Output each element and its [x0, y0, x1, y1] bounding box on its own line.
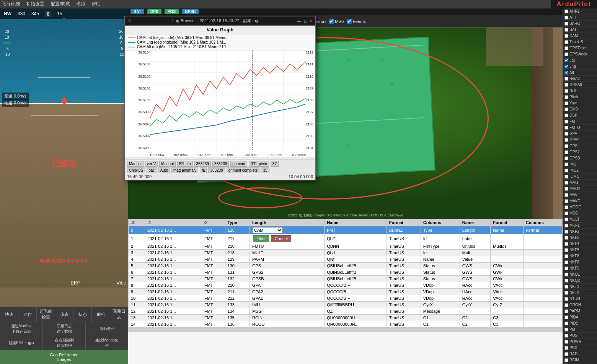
- table-row[interactable]: 122021-02-16 1...FMT134MSGQZTimeUSMessag…: [129, 308, 563, 315]
- graph-canvas[interactable]: 36.510436.510336.510236.5101 36.510036.5…: [125, 50, 315, 158]
- log-checkbox-mag2[interactable]: [564, 187, 568, 191]
- status-btn[interactable]: 状态: [73, 307, 92, 322]
- log-checkbox-lat[interactable]: [564, 58, 568, 62]
- log-item-mult[interactable]: MULT: [563, 216, 597, 223]
- auto-analyze-btn[interactable]: 自动分析: [86, 322, 128, 336]
- log-item-mag2[interactable]: MAG2: [563, 186, 597, 192]
- instrument-btn[interactable]: 仪表: [55, 307, 73, 322]
- log-checkbox-imu2[interactable]: [564, 169, 568, 172]
- table-row[interactable]: 42021-02-16 1...FMT129PARMQNfTimeUSNameV…: [129, 256, 563, 263]
- log-item-pitch[interactable]: Pitch: [563, 94, 597, 100]
- log-checkbox-ntun[interactable]: [564, 297, 568, 301]
- log-item-cmd[interactable]: CMD: [563, 106, 597, 112]
- table-row[interactable]: 32021-02-16 1...FMT218MULTQbdTimeUSIdMul…: [129, 250, 563, 256]
- log-item-pm[interactable]: PM: [563, 327, 597, 333]
- mavlink-download-btn[interactable]: 通过Mavlink下载存日志: [0, 322, 43, 336]
- log-item-msg[interactable]: MSG: [563, 210, 597, 216]
- log-item-imu[interactable]: IMU: [563, 161, 597, 167]
- log-checkbox-nkf3[interactable]: [564, 236, 568, 240]
- log-checkbox-gpa[interactable]: [564, 132, 568, 136]
- events-input[interactable]: [347, 19, 352, 24]
- log-checkbox-rad[interactable]: [564, 352, 568, 356]
- minimize-btn[interactable]: —: [297, 19, 301, 23]
- table-row[interactable]: 62021-02-16 1...FMT131GPS2QBIHBcLLeffffB…: [129, 269, 563, 276]
- events-checkbox[interactable]: Events: [347, 19, 366, 24]
- table-row[interactable]: 52021-02-16 1...FMT130GPSQBIHBcLLeffffBT…: [129, 263, 563, 269]
- log-item-nkf9[interactable]: NKF9: [563, 265, 597, 271]
- log-item-pids[interactable]: PIDS: [563, 320, 597, 327]
- matlab-btn[interactable]: 生成Matlab文件: [86, 336, 128, 350]
- log-item-pida[interactable]: PIDA: [563, 314, 597, 320]
- log-item-mkf1[interactable]: MKF1: [563, 223, 597, 229]
- action-btn[interactable]: 动作: [18, 307, 37, 322]
- preflight-btn[interactable]: 起飞前检查: [37, 307, 55, 322]
- table-row[interactable]: 82021-02-16 1...FMT210GPAQCCCCfBIHTimeUS…: [129, 282, 563, 289]
- close-btn[interactable]: ×: [310, 19, 312, 23]
- log-checkbox-gpsb[interactable]: [564, 156, 568, 160]
- log-checkbox-pida[interactable]: [564, 315, 568, 319]
- log-checkbox-yaw[interactable]: [564, 101, 568, 105]
- log-item-gpa2[interactable]: GPA2: [563, 137, 597, 143]
- table-row[interactable]: 92021-02-16 1...FMT211GPA2QCCCCfBIHTimeU…: [129, 289, 563, 295]
- log-checkbox-gpstime[interactable]: [564, 46, 568, 50]
- log-item-nkf4[interactable]: NKF4: [563, 241, 597, 247]
- log-item-fmtu[interactable]: FMTU: [563, 125, 597, 131]
- table-row[interactable]: 22021-02-16 1...FMT216FMTUQBNNTimeUSFmtT…: [129, 243, 563, 250]
- log-item-rad[interactable]: RAD: [563, 351, 597, 357]
- log-item-prx[interactable]: PRX: [563, 345, 597, 351]
- servo-btn[interactable]: 舵机: [92, 307, 110, 322]
- menu-item-simulate[interactable]: 模拟: [76, 1, 85, 7]
- log-checkbox-nkf4[interactable]: [564, 242, 568, 246]
- filter-button[interactable]: Filter: [253, 235, 269, 242]
- log-item-fmt[interactable]: FMT: [563, 119, 597, 125]
- log-checkbox-gpsalt[interactable]: [564, 83, 568, 87]
- table-horizontal-scrollbar[interactable]: [128, 328, 563, 332]
- log-checkbox-powr[interactable]: [564, 340, 568, 344]
- maximize-btn[interactable]: □: [304, 19, 307, 23]
- log-checkbox-mode[interactable]: [564, 205, 568, 209]
- log-checkbox-ahr2[interactable]: [564, 10, 568, 13]
- log-checkbox-rcin[interactable]: [564, 358, 568, 362]
- log-checkbox-gpsweek[interactable]: [564, 52, 568, 56]
- log-checkbox-mult[interactable]: [564, 218, 568, 221]
- log-item-relalt[interactable]: RelAlt: [563, 76, 597, 82]
- log-checkbox-fmtu[interactable]: [564, 126, 568, 130]
- log-checkbox-nkf9[interactable]: [564, 266, 568, 270]
- log-checkbox-timeus[interactable]: [564, 40, 568, 44]
- log-item-alt[interactable]: Alt: [563, 70, 597, 76]
- log-item-ntun[interactable]: NTUN: [563, 296, 597, 302]
- log-checkbox-dsf[interactable]: [564, 114, 568, 117]
- data-table-area[interactable]: -2 -1 0 Type Length Name Format Columns …: [128, 219, 563, 364]
- telemetry-btn[interactable]: 遥测日志: [110, 307, 128, 322]
- log-item-roll[interactable]: Roll: [563, 88, 597, 94]
- log-item-powr[interactable]: POWR: [563, 339, 597, 345]
- log-item-imu2[interactable]: IMU2: [563, 167, 597, 174]
- table-row[interactable]: 1 2021-02-16 1... FMT 217 Filter Cancel …: [129, 234, 563, 243]
- type-filter-select[interactable]: CAM: [252, 227, 283, 233]
- menu-item-initial-setup[interactable]: 初始设置: [26, 1, 44, 7]
- log-item-baro[interactable]: BARO: [563, 21, 597, 27]
- table-row[interactable]: 112021-02-16 1...FMT133IMUQfffffffffffBB…: [129, 302, 563, 308]
- log-item-gpstime[interactable]: GPSTime: [563, 45, 597, 51]
- log-item-ahr2[interactable]: AHR2: [563, 8, 597, 15]
- log-item-nkt2[interactable]: NKT2: [563, 290, 597, 296]
- log-checkbox-mkf1[interactable]: [564, 224, 568, 227]
- menu-item-config[interactable]: 配置/调试: [51, 1, 70, 7]
- log-checkbox-pids[interactable]: [564, 322, 568, 325]
- log-item-nkf2[interactable]: NKF2: [563, 229, 597, 235]
- log-item-yaw[interactable]: Yaw: [563, 100, 597, 106]
- log-checkbox-nkf6[interactable]: [564, 254, 568, 258]
- log-item-gpa[interactable]: GPA: [563, 131, 597, 137]
- log-item-nkq1[interactable]: NKQ1: [563, 271, 597, 278]
- log-checkbox-gpa2[interactable]: [564, 138, 568, 142]
- cancel-button[interactable]: Cancel: [271, 235, 291, 242]
- log-item-dsf[interactable]: DSF: [563, 112, 597, 119]
- create-kml-btn[interactable]: 创建KML + gpx: [0, 336, 43, 350]
- log-checkbox-nkf5[interactable]: [564, 248, 568, 252]
- log-item-att[interactable]: ATT: [563, 15, 597, 21]
- log-checkbox-nkt2[interactable]: [564, 291, 568, 295]
- log-checkbox-gps[interactable]: [564, 144, 568, 148]
- log-checkbox-nkt1[interactable]: [564, 285, 568, 289]
- log-checkbox-roll[interactable]: [564, 89, 568, 93]
- log-checkbox-prx[interactable]: [564, 346, 568, 350]
